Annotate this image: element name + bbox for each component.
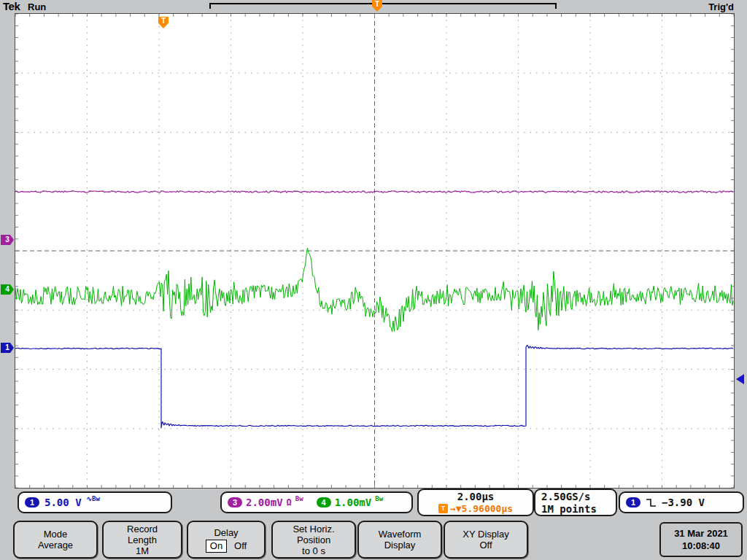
delay-off-option[interactable]: Off [234, 540, 247, 551]
trigger-flag-icon: T [438, 504, 448, 513]
menu-mode-line2: Average [38, 540, 73, 551]
menu-delay-label: Delay [214, 527, 238, 538]
ch4-bandwidth-icon: Bw [375, 495, 383, 502]
trigger-source-badge: 1 [626, 497, 640, 508]
ch4-marker[interactable]: 4 [1, 284, 14, 295]
acquisition-status: Run [28, 1, 46, 12]
menu-button-set-horizontal-position[interactable]: Set Horiz. Position to 0 s [271, 521, 356, 559]
menu-record-line1: Record [127, 524, 158, 534]
menu-record-line3: 1M [136, 545, 149, 556]
date-value: 31 Mar 2021 [674, 527, 728, 540]
ch3-impedance-icon: Ω [287, 497, 292, 508]
datetime-display: 31 Mar 2021 10:08:40 [659, 522, 743, 557]
trigger-status: Trig'd [708, 1, 734, 12]
time-value: 10:08:40 [682, 540, 720, 552]
menu-button-record-length[interactable]: Record Length 1M [102, 521, 182, 559]
ch4-scale: 1.00mV [335, 497, 372, 508]
oscilloscope-screen: Tek Run T Trig'd T 3 4 1 1 5.00 V ∿Bw 3 … [0, 0, 747, 560]
graticule: T [15, 13, 735, 489]
ch1-scale: 5.00 V [44, 497, 82, 508]
delay-value: →▼5.96000µs [450, 503, 513, 514]
trigger-readout[interactable]: 1 −3.90 V [619, 491, 744, 513]
acquisition-readout[interactable]: 2.50GS/s 1M points [534, 489, 617, 516]
trigger-level-arrow[interactable] [736, 374, 744, 384]
menu-waveform-line2: Display [384, 540, 416, 551]
falling-edge-icon [646, 498, 657, 508]
ch3-badge: 3 [228, 497, 242, 508]
timebase-value: 2.00µs [457, 491, 495, 502]
menu-sethoriz-line1: Set Horiz. [293, 524, 334, 534]
ch1-readout[interactable]: 1 5.00 V ∿Bw [18, 491, 172, 513]
delay-readout: T →▼5.96000µs [438, 503, 513, 514]
top-status-bar: Tek Run T Trig'd [0, 0, 747, 13]
ch3-ch4-readout[interactable]: 3 2.00mV Ω Bw 4 1.00mV Bw [220, 491, 413, 513]
ch4-trace [15, 248, 733, 332]
waveform-svg [15, 14, 734, 488]
ch1-badge: 1 [25, 497, 39, 508]
ch1-coupling-bandwidth-icon: ∿Bw [87, 495, 100, 502]
horizontal-readout[interactable]: 2.00µs T →▼5.96000µs [417, 489, 534, 516]
sample-rate-value: 2.50GS/s [541, 491, 590, 502]
menu-sethoriz-line3: to 0 s [302, 545, 325, 556]
menu-button-mode[interactable]: Mode Average [13, 521, 98, 559]
ch1-marker[interactable]: 1 [1, 343, 14, 353]
menu-button-waveform-display[interactable]: Waveform Display [357, 521, 442, 559]
trigger-level-value: −3.90 V [662, 497, 705, 508]
ch4-badge: 4 [317, 497, 331, 508]
menu-button-xy-display[interactable]: XY Display Off [444, 521, 528, 559]
record-length-value: 1M points [541, 503, 597, 515]
menu-waveform-line1: Waveform [379, 529, 422, 540]
menu-xy-line1: XY Display [462, 529, 508, 540]
menu-xy-line2: Off [479, 540, 492, 551]
menu-sethoriz-line2: Position [297, 534, 330, 545]
ch3-marker[interactable]: 3 [1, 235, 14, 245]
ch3-scale: 2.00mV [246, 497, 283, 508]
tek-logo: Tek [3, 0, 20, 12]
delay-on-option[interactable]: On [206, 540, 227, 553]
trigger-position-marker[interactable]: T [372, 0, 382, 12]
menu-button-delay[interactable]: Delay On Off [187, 521, 266, 559]
menu-mode-line1: Mode [44, 529, 68, 540]
ch3-bandwidth-icon: Bw [295, 495, 303, 502]
record-view-bar [209, 3, 557, 9]
menu-record-line2: Length [128, 534, 157, 545]
